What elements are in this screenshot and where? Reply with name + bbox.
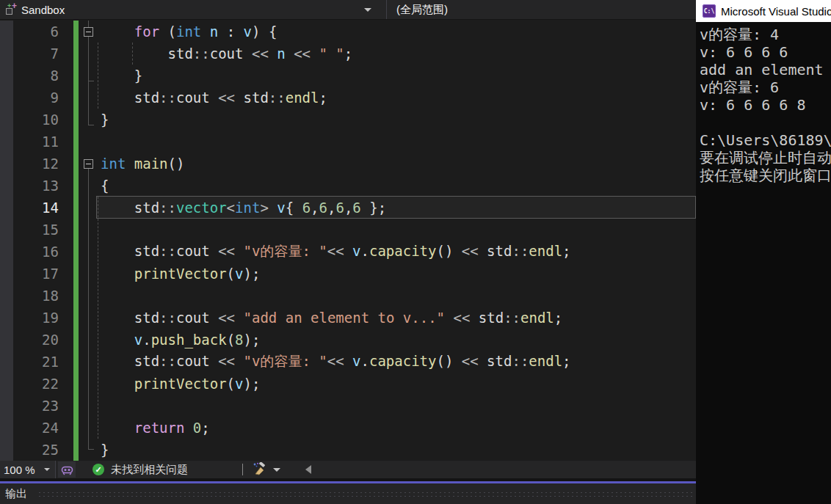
code-token: capacity: [369, 353, 437, 369]
code-token: };: [361, 200, 386, 216]
code-token: );: [244, 266, 261, 282]
scope-dropdown[interactable]: (全局范围): [387, 0, 448, 19]
code-token: <<: [210, 310, 244, 326]
code-token: int: [101, 156, 126, 172]
code-line[interactable]: 23: [0, 395, 696, 417]
code-text: std::cout << std::endl;: [101, 90, 327, 106]
code-token: }: [101, 442, 109, 458]
code-token: ;: [554, 310, 562, 326]
code-line[interactable]: 10}: [0, 109, 696, 131]
code-line[interactable]: 15: [0, 219, 696, 241]
code-cleanup-button[interactable]: [251, 461, 280, 478]
code-line[interactable]: 11: [0, 131, 696, 153]
code-line[interactable]: 18: [0, 285, 696, 307]
fold-collapse-icon[interactable]: [84, 159, 93, 169]
code-text: printVector(v);: [101, 376, 260, 392]
code-token: ::: [159, 200, 176, 216]
code-lines: 6 for (int n : v) {7 std::cout << n << "…: [0, 21, 696, 461]
code-line[interactable]: 7 std::cout << n << " ";: [0, 43, 696, 65]
code-token: );: [244, 376, 261, 392]
code-token: for: [134, 23, 159, 40]
code-token: {: [101, 178, 109, 194]
code-token: std: [479, 310, 504, 326]
code-token: std: [487, 353, 512, 369]
code-token: ,: [311, 200, 319, 216]
code-token: ::: [159, 90, 176, 106]
editor-navigation-bar: + + Sandbox (全局范围): [0, 0, 696, 20]
scope-name: (全局范围): [396, 3, 448, 17]
project-icon: + +: [4, 4, 17, 16]
code-token: ::: [193, 45, 210, 62]
health-message: 未找到相关问题: [111, 463, 188, 477]
code-line[interactable]: 22 printVector(v);: [0, 373, 696, 395]
code-token: ::: [269, 90, 286, 106]
check-circle-icon: ✓: [92, 464, 104, 475]
code-token: (): [436, 353, 453, 369]
console-output[interactable]: v的容量: 4v: 6 6 6 6add an element to v...v…: [696, 22, 831, 504]
code-text: {: [101, 178, 109, 194]
code-token: <<: [210, 90, 244, 106]
code-text: }: [101, 112, 109, 128]
code-token: >: [260, 200, 277, 216]
code-token: (: [159, 23, 176, 40]
code-token: printVector: [134, 376, 227, 392]
zoom-level-dropdown[interactable]: 100 %: [0, 461, 56, 478]
console-line: v的容量: 6: [700, 78, 831, 96]
code-line[interactable]: 25}: [0, 439, 696, 461]
code-text: for (int n : v) {: [101, 23, 277, 40]
code-line[interactable]: 6 for (int n : v) {: [0, 21, 696, 43]
code-token: cout: [176, 353, 210, 369]
code-token: ::: [504, 310, 520, 326]
copilot-button[interactable]: [58, 461, 76, 478]
code-line[interactable]: 20 v.push_back(8);: [0, 329, 696, 351]
code-token: [126, 156, 134, 172]
code-token: [101, 332, 134, 348]
code-token: " ": [319, 45, 344, 62]
chevron-down-icon: [273, 468, 280, 472]
code-token: (): [436, 243, 453, 259]
code-token: }: [101, 112, 109, 128]
code-token: 6: [319, 200, 327, 216]
code-text: std::cout << "add an element to v..." <<…: [101, 310, 562, 326]
code-token: ;: [562, 243, 570, 259]
code-token: ::: [159, 243, 176, 259]
code-line[interactable]: 9 std::cout << std::endl;: [0, 87, 696, 109]
code-text: std::cout << "v的容量: "<< v.capacity() << …: [101, 352, 571, 371]
code-text: std::vector<int> v{ 6,6,6,6 };: [101, 200, 386, 216]
code-line[interactable]: 21 std::cout << "v的容量: "<< v.capacity() …: [0, 351, 696, 373]
code-token: <<: [445, 310, 479, 326]
breakpoint-margin[interactable]: [0, 21, 13, 461]
code-line[interactable]: 13{: [0, 175, 696, 197]
document-health-indicator[interactable]: ✓ 未找到相关问题: [92, 461, 188, 478]
code-line[interactable]: 16 std::cout << "v的容量: "<< v.capacity() …: [0, 241, 696, 263]
code-line[interactable]: 19 std::cout << "add an element to v..."…: [0, 307, 696, 329]
code-line[interactable]: 14 std::vector<int> v{ 6,6,6,6 };: [0, 197, 696, 219]
code-line[interactable]: 24 return 0;: [0, 417, 696, 439]
code-token: "v的容量: ": [244, 353, 327, 369]
editor-status-bar: 100 % ✓ 未找到相关问题: [0, 461, 696, 478]
code-token: std: [101, 243, 159, 259]
code-token: 8: [235, 332, 243, 348]
code-token: endl: [520, 310, 554, 326]
code-line[interactable]: 17 printVector(v);: [0, 263, 696, 285]
code-text: printVector(v);: [101, 266, 260, 282]
code-token: std: [101, 45, 193, 62]
copilot-icon: [61, 464, 73, 475]
code-token: std: [487, 243, 512, 259]
code-line[interactable]: 8 }: [0, 65, 696, 87]
project-dropdown[interactable]: + + Sandbox: [0, 0, 387, 19]
console-window-title: Microsoft Visual Studio: [721, 5, 831, 18]
project-icon-square: [6, 8, 12, 15]
code-line[interactable]: 12int main(): [0, 153, 696, 175]
output-panel-header[interactable]: 输出: [0, 483, 696, 504]
console-line: v: 6 6 6 6: [700, 43, 831, 61]
code-token: endl: [286, 90, 319, 106]
code-token: std: [101, 353, 159, 369]
code-token: .: [360, 243, 369, 259]
code-editor[interactable]: 6 for (int n : v) {7 std::cout << n << "…: [0, 21, 696, 461]
code-token: v: [134, 332, 142, 348]
console-title-bar[interactable]: C:\ Microsoft Visual Studio: [696, 0, 831, 22]
code-token: [101, 266, 134, 282]
fold-collapse-icon[interactable]: [84, 27, 93, 37]
scroll-left-button[interactable]: [301, 462, 316, 477]
